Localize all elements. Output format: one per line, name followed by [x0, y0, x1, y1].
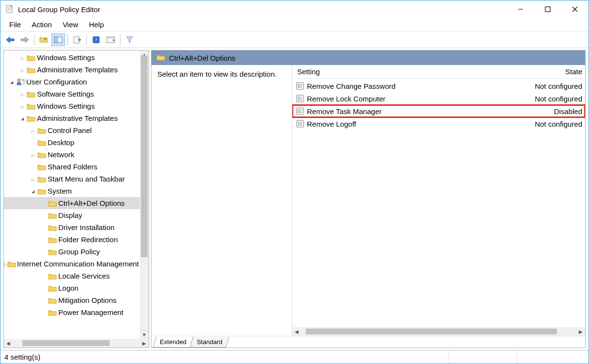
expand-icon[interactable] [29, 152, 37, 158]
expand-icon[interactable] [4, 261, 7, 267]
settings-scrollbar-horizontal[interactable]: ◀ ▶ [292, 327, 585, 336]
close-button[interactable] [561, 0, 589, 18]
nav-back-button[interactable] [3, 33, 17, 46]
policy-icon [292, 120, 305, 128]
tree-node[interactable]: Display [4, 209, 140, 221]
tree-node[interactable]: Software Settings [4, 88, 140, 100]
show-hide-console-tree-button[interactable] [51, 33, 65, 46]
tree-node[interactable]: Driver Installation [4, 221, 140, 233]
folder-icon [26, 66, 36, 73]
svg-rect-15 [545, 7, 550, 12]
tree-node[interactable]: Mitigation Options [4, 294, 140, 306]
minimize-button[interactable] [507, 0, 534, 18]
policy-icon [292, 95, 305, 102]
collapse-icon[interactable] [18, 116, 26, 121]
help-button[interactable]: ? [89, 33, 103, 46]
expand-icon[interactable] [29, 176, 37, 182]
scroll-right-arrow[interactable]: ▶ [576, 329, 585, 334]
tree-node-label: Network [47, 150, 74, 159]
scroll-left-arrow[interactable]: ◀ [4, 341, 13, 346]
nav-forward-button[interactable] [18, 33, 32, 46]
tree-node-label: Ctrl+Alt+Del Options [57, 199, 125, 207]
setting-row[interactable]: Remove LogoffNot configured [292, 117, 585, 130]
settings-column: Setting State Remove Change PasswordNot … [292, 65, 585, 336]
filter-button[interactable] [123, 33, 136, 46]
tree-node[interactable]: User Configuration [4, 76, 140, 88]
folder-icon [48, 200, 57, 207]
user-config-icon [16, 78, 25, 86]
expand-icon[interactable] [18, 55, 26, 61]
tab-standard[interactable]: Standard [189, 337, 229, 347]
tree-node[interactable]: Network [4, 149, 140, 161]
tree-node[interactable]: Desktop [4, 136, 140, 149]
up-one-level-button[interactable] [37, 33, 50, 46]
column-header-setting[interactable]: Setting [292, 67, 527, 76]
properties-button[interactable] [104, 33, 118, 46]
scroll-thumb[interactable] [306, 329, 557, 334]
setting-name: Remove Logoff [305, 120, 527, 128]
tab-extended[interactable]: Extended [152, 337, 193, 347]
maximize-button[interactable] [534, 0, 561, 18]
tree-node[interactable]: System [4, 185, 140, 197]
setting-name: Remove Task Manager [305, 107, 527, 116]
folder-icon [48, 309, 57, 316]
folder-icon [37, 127, 47, 134]
expand-icon[interactable] [29, 128, 37, 133]
expand-icon[interactable] [18, 67, 26, 73]
tree-node[interactable]: Windows Settings [4, 51, 140, 64]
tree-node[interactable]: Administrative Templates [4, 64, 140, 76]
svg-rect-24 [107, 37, 115, 38]
tree-node[interactable]: Logon [4, 282, 140, 294]
tree-node[interactable]: Folder Redirection [4, 233, 140, 246]
setting-row[interactable]: Remove Lock ComputerNot configured [292, 92, 585, 105]
svg-rect-19 [54, 37, 57, 43]
settings-list[interactable]: Remove Change PasswordNot configuredRemo… [292, 79, 585, 327]
tree-node-label: Power Management [57, 308, 123, 316]
tree-node[interactable]: Group Policy [4, 246, 140, 258]
tree-node[interactable]: Windows Settings [4, 100, 140, 112]
console-tree[interactable]: Windows SettingsAdministrative Templates… [4, 50, 140, 339]
scroll-down-arrow[interactable]: ▼ [140, 330, 149, 339]
menu-help[interactable]: Help [84, 19, 109, 30]
tree-scrollbar-horizontal[interactable]: ◀ ▶ [4, 339, 149, 347]
column-headers[interactable]: Setting State [292, 65, 585, 79]
scroll-thumb[interactable] [141, 55, 148, 257]
tree-scrollbar-vertical[interactable]: ▲ ▼ [140, 50, 149, 339]
setting-row[interactable]: Remove Change PasswordNot configured [292, 80, 585, 92]
tree-node-label: Internet Communication Management [16, 260, 139, 268]
export-list-button[interactable] [70, 33, 84, 46]
tree-node[interactable]: Power Management [4, 306, 140, 318]
menu-action[interactable]: Action [27, 19, 57, 30]
folder-icon [26, 91, 36, 98]
setting-name: Remove Change Password [305, 82, 527, 90]
tree-node[interactable]: Control Panel [4, 124, 140, 136]
title-bar: Local Group Policy Editor [0, 0, 589, 18]
folder-icon [7, 261, 16, 267]
collapse-icon[interactable] [29, 188, 37, 194]
menu-file[interactable]: File [4, 19, 26, 30]
toolbar-separator [34, 34, 34, 45]
setting-row[interactable]: Remove Task ManagerDisabled [292, 105, 585, 117]
tree-node-label: System [47, 187, 72, 195]
status-cell [517, 350, 585, 364]
menu-view[interactable]: View [58, 19, 83, 30]
folder-icon [26, 115, 36, 122]
tree-node[interactable]: Start Menu and Taskbar [4, 173, 140, 185]
tree-node[interactable]: Internet Communication Management [4, 258, 140, 270]
column-header-state[interactable]: State [527, 67, 585, 76]
scroll-thumb[interactable] [22, 340, 110, 346]
scroll-right-arrow[interactable]: ▶ [140, 341, 149, 346]
expand-icon[interactable] [18, 103, 26, 109]
app-icon [5, 5, 14, 14]
expand-icon[interactable] [18, 91, 26, 97]
view-tabs: Extended Standard [151, 336, 585, 347]
tree-node[interactable]: Locale Services [4, 270, 140, 282]
tree-node[interactable]: Administrative Templates [4, 112, 140, 124]
collapse-icon[interactable] [8, 79, 16, 85]
scroll-left-arrow[interactable]: ◀ [292, 329, 301, 334]
folder-icon [37, 176, 47, 182]
tree-node-label: Start Menu and Taskbar [47, 175, 125, 183]
tree-node[interactable]: Ctrl+Alt+Del Options [4, 197, 140, 209]
tree-node[interactable]: Shared Folders [4, 161, 140, 173]
folder-icon [37, 188, 47, 195]
